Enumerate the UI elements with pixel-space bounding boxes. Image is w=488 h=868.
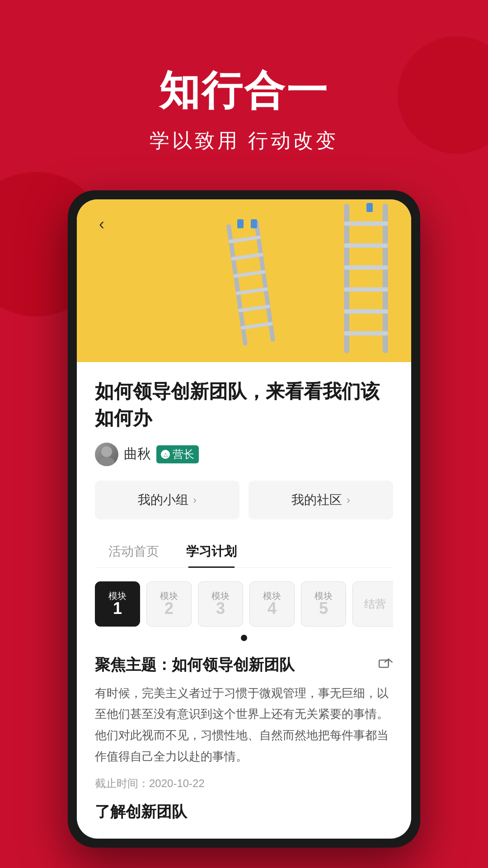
progress-dots (95, 635, 393, 641)
avatar (95, 443, 118, 466)
svg-rect-5 (344, 287, 388, 292)
header-subtitle: 学以致用 行动改变 (0, 127, 488, 154)
article-image: ‹ (77, 199, 411, 362)
my-community-arrow-icon: › (347, 494, 350, 506)
module-tabs: 模块 1 模块 2 模块 3 模块 4 (95, 581, 393, 628)
nav-buttons: 我的小组 › 我的社区 › (95, 481, 393, 519)
phone-mockup: ‹ (68, 190, 420, 848)
module-tab-3[interactable]: 模块 3 (198, 581, 243, 627)
my-group-label: 我的小组 (138, 491, 188, 509)
module-tab-4[interactable]: 模块 4 (249, 581, 295, 627)
tab-study-plan[interactable]: 学习计划 (173, 536, 250, 567)
svg-rect-4 (344, 265, 388, 270)
svg-rect-15 (241, 322, 273, 330)
deadline-text: 截止时间：2020-10-22 (95, 776, 393, 791)
section-body: 有时候，完美主义者过于习惯于微观管理，事无巨细，以至他们甚至没有意识到这个世界上… (95, 683, 393, 767)
module-3-number: 3 (216, 600, 225, 617)
paint-mark-2 (237, 219, 244, 228)
section-title-row: 聚焦主题：如何领导创新团队 (95, 655, 393, 675)
sub-section-title: 了解创新团队 (95, 802, 393, 822)
svg-rect-10 (229, 236, 261, 244)
ladder-right-icon (339, 204, 393, 353)
author-name: 曲秋 (124, 445, 151, 463)
svg-rect-6 (344, 309, 388, 314)
tabs-row: 活动首页 学习计划 (95, 536, 393, 568)
module-tab-1[interactable]: 模块 1 (95, 581, 140, 627)
module-tab-2[interactable]: 模块 2 (146, 581, 192, 627)
module-5-number: 5 (319, 600, 328, 617)
svg-rect-3 (344, 243, 388, 248)
back-arrow-icon: ‹ (99, 215, 104, 234)
back-button[interactable]: ‹ (90, 213, 113, 236)
ladder-left-icon (222, 220, 280, 346)
section-title: 聚焦主题：如何领导创新团队 (95, 655, 295, 675)
tab-activity-home-label: 活动首页 (108, 544, 159, 558)
svg-rect-7 (344, 331, 388, 335)
tab-activity-home[interactable]: 活动首页 (95, 536, 173, 567)
svg-rect-1 (383, 204, 388, 353)
progress-dot-active (241, 635, 247, 641)
header-title: 知行合一 (0, 63, 488, 118)
share-icon[interactable] (379, 656, 393, 674)
author-row: 曲秋 △ 营长 (95, 443, 393, 466)
article-content: 如何领导创新团队，来看看我们该如何办 曲秋 △ (77, 362, 411, 839)
svg-rect-13 (236, 287, 268, 295)
module-4-number: 4 (267, 600, 277, 617)
my-group-arrow-icon: › (193, 494, 197, 506)
svg-rect-12 (234, 270, 266, 278)
svg-point-16 (101, 446, 112, 457)
badge-text: 营长 (173, 447, 194, 462)
phone-container: ‹ (0, 190, 488, 848)
module-tab-end[interactable]: 结营 (352, 581, 393, 627)
avatar-image (95, 443, 118, 466)
my-group-button[interactable]: 我的小组 › (95, 481, 239, 519)
svg-rect-2 (344, 222, 388, 226)
header-section: 知行合一 学以致用 行动改变 (0, 0, 488, 190)
paint-mark-1 (251, 219, 257, 228)
svg-rect-14 (238, 305, 271, 313)
phone-screen: ‹ (77, 199, 411, 839)
svg-point-17 (99, 457, 115, 466)
my-community-label: 我的社区 (291, 491, 342, 509)
module-end-label: 结营 (364, 597, 386, 611)
tab-study-plan-label: 学习计划 (186, 544, 237, 558)
paint-mark-3 (366, 203, 373, 212)
module-2-number: 2 (164, 600, 174, 617)
my-community-button[interactable]: 我的社区 › (249, 481, 393, 519)
module-tab-5[interactable]: 模块 5 (301, 581, 346, 627)
module-1-number: 1 (113, 600, 122, 617)
svg-rect-11 (231, 253, 263, 261)
badge-icon: △ (161, 450, 170, 459)
svg-rect-18 (379, 660, 389, 667)
article-title: 如何领导创新团队，来看看我们该如何办 (95, 378, 393, 432)
svg-rect-0 (344, 204, 349, 353)
author-badge: △ 营长 (156, 445, 199, 463)
